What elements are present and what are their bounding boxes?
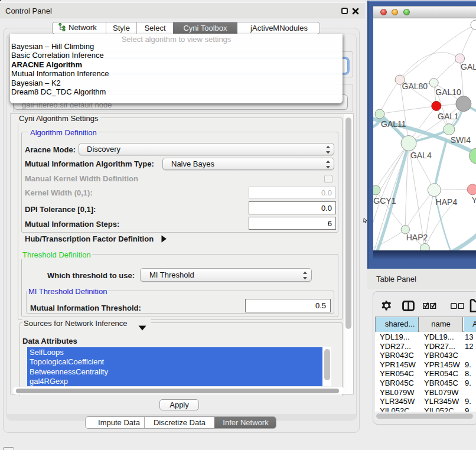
svg-text:GCY1: GCY1	[373, 196, 396, 206]
svg-text:GAL11: GAL11	[381, 119, 406, 129]
svg-text:GAL4: GAL4	[410, 151, 432, 160]
svg-text:SWI4: SWI4	[451, 135, 471, 145]
svg-text:Y: Y	[472, 195, 476, 205]
svg-text:GAL1: GAL1	[438, 112, 459, 121]
svg-text:HAP4: HAP4	[436, 197, 458, 207]
svg-text:HAP2: HAP2	[406, 233, 428, 242]
svg-text:GAL10: GAL10	[435, 87, 461, 97]
svg-text:GAL2: GAL2	[461, 62, 476, 71]
svg-text:GAL80: GAL80	[402, 81, 428, 91]
